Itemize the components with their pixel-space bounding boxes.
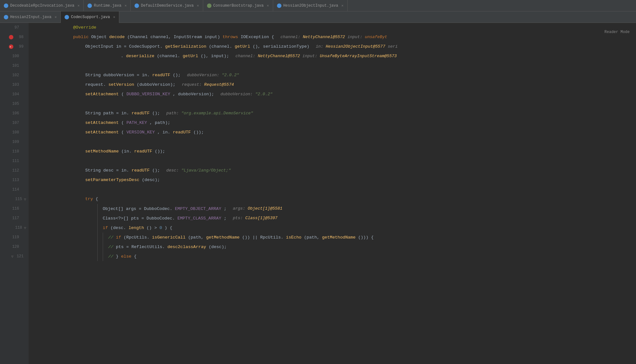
tab-close-runtime[interactable]: ✕ [125,3,127,8]
code-line-108: setAttachment ( VERSION_KEY , in. readUT… [32,128,636,137]
tab-close-default-demo[interactable]: ✕ [197,3,199,8]
tab-bar-second: Hessian2Input.java ✕ CodecSupport.java ✕ [0,11,636,23]
gutter-row-117: 117 [0,213,29,223]
line-num-109: 109 [10,140,19,144]
gutter-row-106: 106 [0,109,29,118]
reader-mode-label[interactable]: Reader Mode [605,30,630,34]
tab-close-decode-rpc[interactable]: ✕ [78,3,80,8]
code-content-112: String desc = in. readUTF (); desc: "Lja… [85,166,231,175]
code-content-110: setMethodName (in. readUTF ()); [85,147,165,156]
tab-label-consumer-bootstrap: ConsumerBootstrap.java [213,3,264,8]
tab-bar-top: DecodeableRpcInvocation.java ✕ Runtime.j… [0,0,636,11]
code-line-97: @Override [32,23,636,32]
tab-icon-runtime [87,3,92,8]
code-line-120: // pts = ReflectUtils. desc2classArray (… [32,242,636,252]
debug-val-dubboversion-102: dubboVersion: "2.0.2" [187,73,239,78]
line-num-99: 99 [15,44,24,49]
line-num-101: 101 [10,64,19,68]
line-num-108: 108 [10,130,19,135]
code-line-118: if (desc. length () > 0 ) { [32,223,636,233]
debug-val-request-103: request: Request@5574 [182,82,234,87]
tab-close-hessian2-object[interactable]: ✕ [341,3,343,8]
tab-label-hessian2-object: Hessian2ObjectInput.java [283,3,338,8]
gutter-row-97: 97 [0,23,29,32]
code-content-113: setParameterTypesDesc (desc); [85,175,160,185]
debug-val-desc-112: desc: "Ljava/lang/Object;" [166,168,231,173]
code-content-117: Class<?>[] pts = DubboCodec. EMPTY_CLASS… [97,213,278,223]
tab-runtime[interactable]: Runtime.java ✕ [84,0,131,11]
code-line-101 [32,61,636,71]
code-line-109 [32,137,636,147]
gutter-row-115: 115 ▽ [0,194,29,204]
line-num-111: 111 [10,159,19,163]
tab-decode-rpc[interactable]: DecodeableRpcInvocation.java ✕ [0,0,84,11]
gutter-row-108: 108 [0,128,29,137]
debug-val-channel-100: channel: NettyChannel@5572 input: Unsafe… [235,54,397,58]
code-content-120: // pts = ReflectUtils. desc2classArray (… [97,242,227,252]
code-line-106: String path = in. readUTF (); path: "org… [32,109,636,118]
tab-icon-consumer-bootstrap [207,3,211,8]
code-content-103: request. setVersion (dubboVersion); requ… [85,80,234,90]
gutter-row-110: 110 [0,147,29,156]
line-num-105: 105 [10,102,19,106]
fold-icon-121[interactable]: ▽ [11,254,13,259]
code-line-100: . deserialize (channel. getUrl (), input… [32,51,636,61]
gutter-row-98: 98 [0,32,29,42]
gutter-row-112: 112 [0,166,29,175]
gutter-row-121: ▽ 121 [0,252,29,261]
code-line-116: Object[] args = DubboCodec. EMPTY_OBJECT… [32,204,636,213]
gutter-row-109: 109 [0,137,29,147]
code-line-104: setAttachment ( DUBBO_VERSION_KEY , dubb… [32,90,636,99]
line-num-104: 104 [10,92,19,97]
gutter-row-105: 105 [0,99,29,109]
tab-icon-hessian2-input [4,15,8,19]
tab-close-codec-support[interactable]: ✕ [113,15,115,19]
line-num-117: 117 [10,216,19,220]
tab-close-consumer-bootstrap[interactable]: ✕ [267,3,269,8]
code-line-107: setAttachment ( PATH_KEY , path); [32,118,636,128]
debug-val-path-106: path: "org.example.api.DemoService" [166,111,253,116]
gutter-row-111: 111 [0,156,29,166]
code-line-121: // } else { [32,252,636,261]
code-line-110: setMethodName (in. readUTF ()); [32,147,636,156]
code-line-105 [32,99,636,109]
tab-close-hessian2-input[interactable]: ✕ [55,15,57,19]
code-content-107: setAttachment ( PATH_KEY , path); [85,118,170,128]
gutter-row-103: 103 [0,80,29,90]
code-line-103: request. setVersion (dubboVersion); requ… [32,80,636,90]
gutter-row-104: 104 [0,90,29,99]
code-content-98: public Object decode (Channel channel, I… [73,32,387,42]
fold-icon-118[interactable]: ▽ [24,226,26,230]
code-line-117: Class<?>[] pts = DubboCodec. EMPTY_CLASS… [32,213,636,223]
code-line-102: String dubboVersion = in. readUTF (); du… [32,71,636,80]
gutter-row-116: 116 [0,204,29,213]
gutter-row-113: 113 [0,175,29,185]
tab-default-demo[interactable]: DefaultDemoService.java ✕ [131,0,203,11]
tab-codec-support[interactable]: CodecSupport.java ✕ [61,11,119,23]
code-editor-content[interactable]: @Override public Object decode (Channel … [29,23,636,364]
line-num-120: 120 [10,245,19,249]
gutter-row-118: 118 ▽ [0,223,29,233]
line-num-115: 115 [13,197,22,201]
code-line-98: public Object decode (Channel channel, I… [32,32,636,42]
tab-icon-codec-support [65,15,69,19]
line-num-116: 116 [10,206,19,211]
code-content-104: setAttachment ( DUBBO_VERSION_KEY , dubb… [85,90,273,99]
tab-hessian2-object[interactable]: Hessian2ObjectInput.java ✕ [273,0,348,11]
debug-val-channel-98: channel: NettyChannel@5572 input: unsafe… [280,35,387,39]
code-line-119: // if (RpcUtils. isGenericCall (path, ge… [32,233,636,242]
line-num-106: 106 [10,111,19,116]
code-content-108: setAttachment ( VERSION_KEY , in. readUT… [85,128,204,137]
line-num-110: 110 [10,149,19,154]
tab-hessian2-input[interactable]: Hessian2Input.java ✕ [0,11,61,23]
code-content-106: String path = in. readUTF (); path: "org… [85,109,253,118]
line-num-113: 113 [10,178,19,182]
code-content-121: // } else { [97,252,136,261]
debug-val-pts-117: pts: Class[1]@5397 [233,216,277,220]
code-line-113: setParameterTypesDesc (desc); [32,175,636,185]
fold-icon-115[interactable]: ▽ [24,197,26,201]
tab-consumer-bootstrap[interactable]: ConsumerBootstrap.java ✕ [203,0,273,11]
line-num-121: 121 [15,254,24,259]
gutter-row-102: 102 [0,71,29,80]
tab-icon-default-demo [135,3,139,8]
